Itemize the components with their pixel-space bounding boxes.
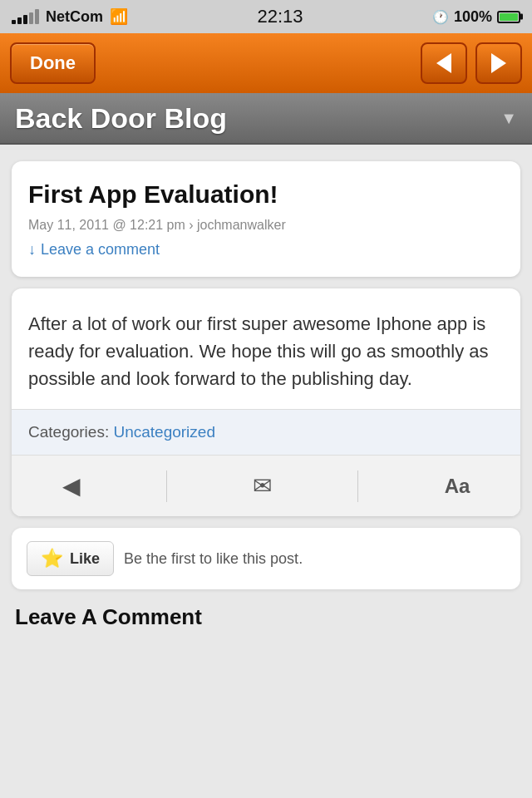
post-header-card: First App Evaluation! May 11, 2011 @ 12:…	[12, 161, 520, 277]
leave-comment-heading: Leave A Comment	[15, 604, 517, 630]
action-divider-1	[166, 470, 167, 502]
done-button[interactable]: Done	[10, 42, 96, 84]
prev-button[interactable]	[421, 42, 467, 84]
font-action-icon: Aa	[445, 475, 470, 498]
status-right: 🕐 100%	[432, 8, 520, 26]
status-left: NetCom 📶	[12, 7, 128, 26]
battery-fill	[500, 13, 518, 21]
nav-buttons	[421, 42, 522, 84]
categories-label: Categories:	[28, 423, 109, 441]
back-action-button[interactable]: ◀	[47, 467, 96, 505]
leave-comment-link[interactable]: ↓ Leave a comment	[28, 241, 504, 259]
like-button[interactable]: ⭐ Like	[27, 541, 114, 576]
email-action-icon: ✉	[253, 472, 272, 500]
back-action-icon: ◀	[62, 472, 81, 500]
svg-marker-0	[436, 53, 451, 73]
status-bar: NetCom 📶 22:13 🕐 100%	[0, 0, 532, 33]
dropdown-icon[interactable]: ▼	[500, 109, 517, 128]
action-divider-2	[357, 470, 358, 502]
wifi-icon: 📶	[110, 7, 128, 26]
star-icon: ⭐	[41, 548, 63, 569]
battery-icon	[497, 11, 520, 23]
clock-icon: 🕐	[432, 9, 449, 25]
leave-comment-section: Leave A Comment	[12, 604, 520, 630]
toolbar: Done	[0, 33, 532, 93]
font-action-button[interactable]: Aa	[430, 470, 485, 503]
carrier-name: NetCom	[46, 8, 103, 26]
category-link[interactable]: Uncategorized	[113, 423, 215, 441]
blog-title: Back Door Blog	[15, 102, 227, 135]
leave-comment-label: Leave a comment	[41, 241, 160, 259]
like-button-label: Like	[70, 550, 100, 568]
svg-marker-1	[491, 53, 506, 73]
arrow-down-icon: ↓	[28, 241, 36, 259]
post-categories: Categories: Uncategorized	[12, 410, 520, 456]
prev-arrow-icon	[435, 52, 453, 75]
post-body-card: After a lot of work our first super awes…	[12, 288, 520, 516]
post-actions-bar: ◀ ✉ Aa	[12, 456, 520, 516]
content-area: First App Evaluation! May 11, 2011 @ 12:…	[0, 145, 532, 798]
next-arrow-icon	[490, 52, 508, 75]
signal-bars-icon	[12, 9, 39, 24]
battery-percent: 100%	[454, 8, 492, 26]
post-body-text: After a lot of work our first super awes…	[12, 288, 520, 410]
post-title: First App Evaluation!	[28, 180, 504, 209]
email-action-button[interactable]: ✉	[238, 467, 287, 505]
like-message: Be the first to like this post.	[124, 550, 303, 568]
post-meta: May 11, 2011 @ 12:21 pm › jochmanwalker	[28, 218, 504, 233]
status-time: 22:13	[257, 6, 303, 27]
title-bar: Back Door Blog ▼	[0, 93, 532, 145]
next-button[interactable]	[475, 42, 522, 84]
like-bar: ⭐ Like Be the first to like this post.	[12, 528, 520, 589]
